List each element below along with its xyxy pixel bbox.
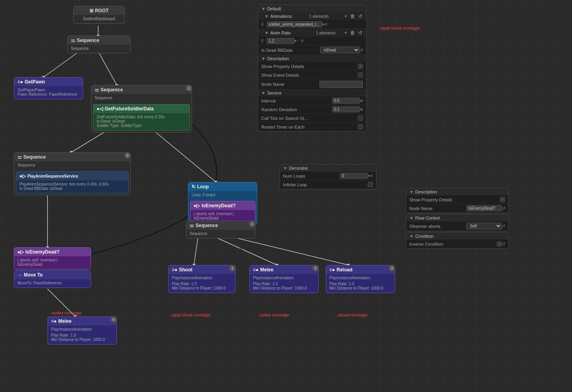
is-enemy-dead1-node: ●▷ IsEnemyDead? ( aborts self, inversed … xyxy=(190,201,255,223)
ied1-header: ●▷ IsEnemyDead? xyxy=(190,201,255,210)
melee2-header: ≡● Melee xyxy=(48,317,116,326)
service-section-header: ▼ Service xyxy=(258,89,366,97)
rand-dev-input[interactable] xyxy=(332,106,360,112)
isdead-label: Is Dead BBData xyxy=(261,48,320,53)
reload-node: 3 ≡● Reload PlayInstanceAnimation: Play … xyxy=(326,265,395,293)
animrate-add-btn[interactable]: + xyxy=(344,30,348,36)
isdead-row: Is Dead BBData isDead ↺ xyxy=(258,45,366,55)
reload-icon: ≡● xyxy=(329,267,335,273)
pas-sub: PlayAnimSequenceService: tick every 0.40… xyxy=(19,182,125,186)
gfs-header: ●◁ GetFutureSoldierData xyxy=(93,104,190,113)
desc2-node-reset[interactable]: ↺ xyxy=(502,206,505,210)
inverse-condition-label: Inverse Condition xyxy=(409,242,497,246)
restart-timer-label: Restart Timer on Each xyxy=(261,125,358,129)
anim-value-input[interactable] xyxy=(267,21,322,27)
flow-collapse[interactable]: ▼ xyxy=(409,216,414,220)
melee-header: ≡● Melee xyxy=(250,265,318,274)
desc2-header: ▼ Description xyxy=(406,188,508,195)
desc2-show-prop-row: Show Property Details xyxy=(406,195,508,204)
seq2-icon: ⚌ xyxy=(95,87,99,93)
isdead-select[interactable]: isDead xyxy=(320,47,360,53)
animrate-value-input[interactable] xyxy=(267,38,295,44)
anim-collapse[interactable]: ▼ xyxy=(264,14,269,19)
observer-aborts-row: Observer aborts Self ↺ xyxy=(406,222,508,231)
show-prop-details-checkbox[interactable] xyxy=(358,64,363,69)
anim-count: 1 elements xyxy=(309,14,342,19)
interval-input[interactable] xyxy=(332,98,360,104)
condition-collapse[interactable]: ▼ xyxy=(409,234,414,239)
desc2-node-name-row: Node Name ↺ xyxy=(406,204,508,213)
call-tick-checkbox[interactable] xyxy=(358,116,363,121)
observer-aborts-select[interactable]: Self xyxy=(466,223,502,229)
anim-reset-btn[interactable]: ↺ xyxy=(357,13,363,19)
flow-control-title: Flow Control xyxy=(415,216,440,220)
restart-timer-row: Restart Timer on Each xyxy=(258,123,366,131)
show-event-details-row: Show Event Details xyxy=(258,71,366,80)
svg-line-16 xyxy=(216,237,277,265)
anim-nav-btn[interactable]: ↺ xyxy=(324,22,327,27)
moveto-icon: → xyxy=(17,272,22,278)
flow-control-panel: ▼ Flow Control Observer aborts Self ↺ xyxy=(406,214,509,231)
seq2-badge: 1 xyxy=(186,85,192,91)
description2-panel: ▼ Description Show Property Details Node… xyxy=(406,188,509,213)
num-loops-input[interactable] xyxy=(340,173,368,179)
animrate-reset2-btn[interactable]: ↺ xyxy=(300,39,304,43)
anim-value-row: 0 ▾ ↺ xyxy=(258,20,366,29)
melee-detail2: Min Distance to Player: 1000.0 xyxy=(253,286,315,290)
svg-line-4 xyxy=(98,51,117,85)
animrate-del-btn[interactable]: 🗑 xyxy=(350,30,356,36)
reload-badge: 3 xyxy=(389,265,395,271)
anim-add-btn[interactable]: + xyxy=(344,13,348,19)
sequence3-node: 0 ⚌ Sequence Sequence ●▷ PlayAnimSequenc… xyxy=(14,152,131,195)
seq2-header: ⚌ Sequence xyxy=(91,85,192,94)
animrate-collapse[interactable]: ▼ xyxy=(264,30,269,35)
decorator-collapse-icon[interactable]: ▼ xyxy=(283,166,287,170)
node-name-input[interactable] xyxy=(319,81,363,88)
default-collapse-icon[interactable]: ▼ xyxy=(261,6,266,11)
melee-node: 2 ≡● Melee PlayInstanceAnimation: Play R… xyxy=(249,265,319,293)
seq3-header: ⚌ Sequence xyxy=(14,153,130,161)
default-panel-title: Default xyxy=(267,6,281,11)
seq1-label: Sequence xyxy=(77,38,99,43)
animrate-spin-btn[interactable]: ⋮ xyxy=(296,39,300,43)
isdead-reset-btn[interactable]: ↺ xyxy=(360,48,363,52)
loop-header: ↻ Loop xyxy=(188,182,257,191)
desc2-collapse[interactable]: ▼ xyxy=(409,189,414,194)
decorator-panel-header: ▼ Decorator xyxy=(280,165,376,172)
getpawn-header: ≡● GetPawn xyxy=(14,78,83,86)
animrate-reset-btn[interactable]: ↺ xyxy=(357,30,363,36)
observer-aborts-reset[interactable]: ↺ xyxy=(502,224,505,228)
root-header: ⊞ ROOT xyxy=(74,6,124,15)
flow-control-header: ▼ Flow Control xyxy=(406,214,508,222)
seq4-label: Sequence xyxy=(196,223,218,228)
melee2-icon: ≡● xyxy=(51,318,57,324)
getpawn-sub: GetPlayerPawn: xyxy=(17,88,80,92)
restart-timer-checkbox[interactable] xyxy=(358,124,363,129)
melee2-label: Melee xyxy=(58,318,71,324)
inverse-condition-reset[interactable]: ↺ xyxy=(502,242,505,246)
shoot-icon: ≡● xyxy=(172,267,177,273)
rapid-shoot-montage1-label: rapid shoot montage xyxy=(380,26,420,30)
shoot-detail1: Play Rate: 1.0 xyxy=(172,282,232,286)
shoot-node: 1 ≡● Shoot PlayInstanceAnimation: Play R… xyxy=(168,265,236,293)
inverse-condition-checkbox[interactable] xyxy=(497,241,502,246)
desc-label: Description xyxy=(267,56,289,61)
infinite-loop-label: Infinite Loop xyxy=(283,182,368,187)
melee2-node: 0 ≡● Melee PlayInstanceAnimation: Play R… xyxy=(48,316,117,345)
desc2-show-prop-checkbox[interactable] xyxy=(500,197,505,202)
animations-section-header: ▼ Animations 1 elements + 🗑 ↺ xyxy=(258,12,366,20)
anim-del-btn[interactable]: 🗑 xyxy=(350,13,356,19)
seq4-icon: ⚌ xyxy=(190,223,194,228)
seq3-label: Sequence xyxy=(23,154,46,160)
desc-collapse[interactable]: ▼ xyxy=(261,56,266,61)
service-collapse[interactable]: ▼ xyxy=(261,91,266,95)
infinite-loop-checkbox[interactable] xyxy=(368,182,373,187)
interval-spin[interactable]: ⊕ xyxy=(360,98,363,103)
show-event-details-checkbox[interactable] xyxy=(358,72,363,78)
desc2-show-prop-label: Show Property Details xyxy=(409,197,500,202)
rand-dev-spin[interactable]: ⊕ xyxy=(360,107,363,112)
num-loops-reset[interactable]: ↺ xyxy=(370,174,373,178)
desc2-node-name-input[interactable] xyxy=(466,205,502,211)
moveto-node: → Move To MoveTo: PawnReference xyxy=(14,270,91,288)
loop-sub: Loop: 0 loops xyxy=(192,193,215,197)
